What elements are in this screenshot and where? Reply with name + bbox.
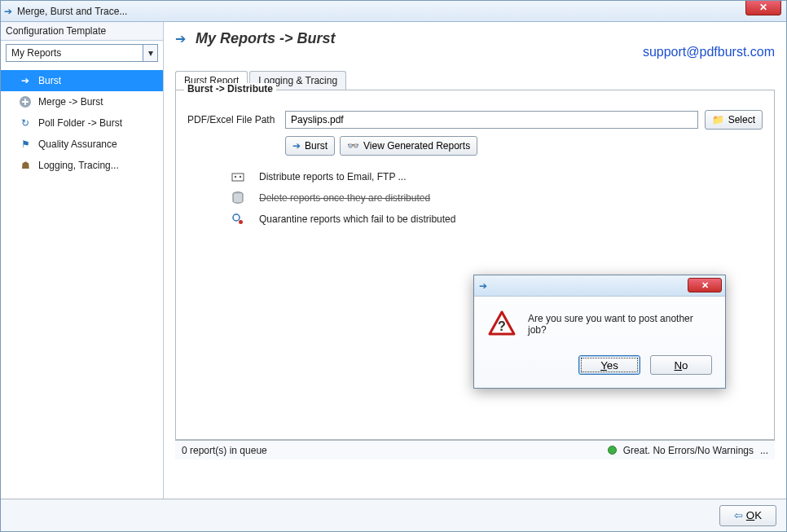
select-button-label: Select [728,114,755,125]
window-close-button[interactable]: ✕ [745,0,781,15]
select-file-button[interactable]: 📁 Select [705,110,763,130]
nav-item-logging-tracing[interactable]: ☗ Logging, Tracing... [1,155,163,176]
nav-item-label: Burst [38,75,61,86]
ok-button[interactable]: ⇦ OK [719,505,776,526]
dialog-arrow-icon: ➔ [479,280,487,292]
nav-item-merge-burst[interactable]: Merge -> Burst [1,91,163,112]
binoculars-icon: 👓 [347,140,359,152]
group-legend: Burst -> Distribute [184,83,276,95]
refresh-icon: ↻ [19,117,32,130]
arrow-right-icon: ➔ [292,140,301,152]
arrow-left-icon: ⇦ [734,509,743,521]
arrow-right-icon: ➔ [19,74,32,87]
burst-button[interactable]: ➔ Burst [285,136,335,156]
support-link[interactable]: support@pdfburst.com [643,45,775,59]
nav-item-burst[interactable]: ➔ Burst [1,70,163,91]
title-arrow-icon: ➔ [4,6,12,17]
info-row-delete: Delete reports once they are distributed [231,191,763,204]
distribute-icon [231,170,244,183]
dialog-message: Are you sure you want to post another jo… [528,310,712,336]
window-titlebar: ➔ Merge, Burst and Trace... ✕ [1,1,786,22]
breadcrumb-text: My Reports -> Burst [196,30,336,47]
nav-item-label: Poll Folder -> Burst [38,117,122,129]
ok-button-label-rest: K [754,509,762,521]
database-icon [231,191,244,204]
info-row-distribute: Distribute reports to Email, FTP ... [231,170,763,183]
info-distribute-text: Distribute reports to Email, FTP ... [259,171,407,182]
warning-icon: ? [487,310,517,339]
info-quarantine-text: Quarantine reports which fail to be dist… [259,213,455,225]
dialog-yes-button[interactable]: Yes [578,355,640,375]
health-status-text: Great. No Errors/No Warnings [623,445,754,456]
chevron-down-icon[interactable]: ▾ [143,45,157,61]
view-reports-label: View Generated Reports [363,140,470,152]
queue-status-text: 0 report(s) in queue [182,445,267,456]
plus-circle-icon [19,95,32,108]
view-reports-button[interactable]: 👓 View Generated Reports [340,136,477,156]
config-template-label: Configuration Template [1,22,163,41]
svg-text:?: ? [498,319,506,333]
svg-point-5 [233,214,240,221]
flag-icon: ⚑ [19,138,32,151]
log-icon: ☗ [19,159,32,172]
nav-item-label: Logging, Tracing... [38,160,119,171]
close-icon: ✕ [701,280,709,291]
file-path-input[interactable] [285,111,698,129]
status-ellipsis[interactable]: ... [760,445,768,456]
nav-item-quality-assurance[interactable]: ⚑ Quality Assurance [1,134,163,155]
window-title: Merge, Burst and Trace... [17,6,783,17]
svg-point-6 [239,220,243,224]
folder-icon: 📁 [712,114,724,125]
burst-button-label: Burst [305,140,328,152]
breadcrumb-arrow-icon: ➔ [175,31,186,46]
quarantine-icon [231,213,244,226]
nav-item-poll-folder[interactable]: ↻ Poll Folder -> Burst [1,112,163,134]
info-row-quarantine: Quarantine reports which fail to be dist… [231,213,763,226]
close-icon: ✕ [759,2,767,13]
nav-item-label: Quality Assurance [38,138,117,150]
template-select[interactable]: My Reports ▾ [6,44,158,62]
ok-button-label-first: O [746,509,754,521]
nav-item-label: Merge -> Burst [38,96,103,108]
svg-point-3 [240,176,241,178]
sidebar: Configuration Template My Reports ▾ ➔ Bu… [1,22,164,499]
status-bar: 0 report(s) in queue Great. No Errors/No… [175,440,775,459]
svg-point-2 [235,176,236,178]
dialog-titlebar: ➔ ✕ [474,275,725,297]
info-delete-text: Delete reports once they are distributed [259,192,430,204]
svg-rect-1 [232,174,244,181]
dialog-close-button[interactable]: ✕ [688,278,722,292]
confirm-dialog: ➔ ✕ ? Are you sure you want to post anot… [473,275,726,389]
file-path-label: PDF/Excel File Path [187,114,279,125]
main-panel: ➔ My Reports -> Burst support@pdfburst.c… [164,22,786,499]
status-dot-icon [608,446,617,455]
nav-list: ➔ Burst Merge -> Burst ↻ Poll Folder -> … [1,70,163,176]
dialog-no-button[interactable]: No [650,355,712,375]
dialog-footer: ⇦ OK [1,499,786,531]
template-select-value: My Reports [7,45,143,61]
